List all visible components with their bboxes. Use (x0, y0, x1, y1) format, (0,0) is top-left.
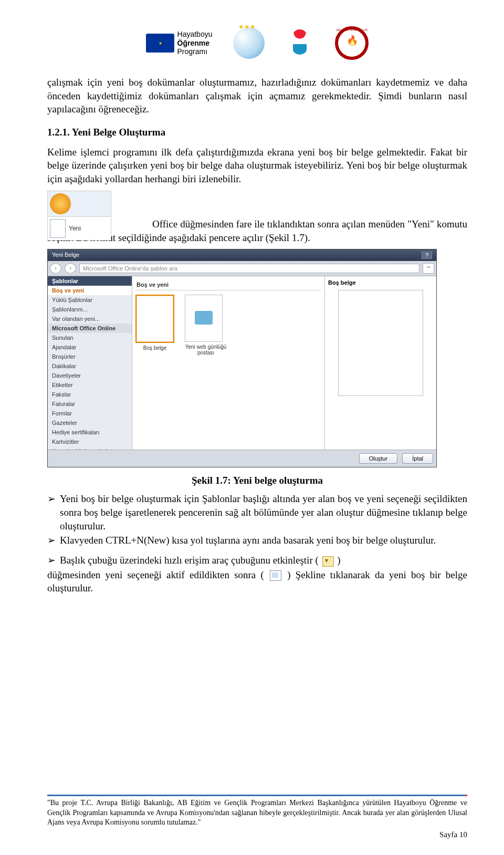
blog-post-icon (185, 295, 223, 342)
office-menu-snippet: Yeni (47, 191, 111, 241)
sidebar-item[interactable]: Hediye sertifikaları (48, 427, 132, 437)
dialog-titlebar: Yeni Belge ? (48, 249, 436, 261)
office-menu-label: Yeni (69, 225, 81, 232)
cancel-button[interactable]: İptal (402, 453, 433, 464)
eu-flag-icon (146, 34, 174, 53)
search-input[interactable]: Microsoft Office Online'da şablon ara (79, 264, 419, 273)
logo-eu-text: Hayatboyu Öğrenme Programı (177, 30, 213, 56)
sidebar-item[interactable]: Dakikalar (48, 361, 132, 371)
new-document-qat-icon (270, 570, 281, 581)
dialog-footer: Oluştur İptal (48, 450, 436, 467)
bullet-3: ➢ Başlık çubuğu üzerindeki hızlı erişim … (47, 554, 467, 567)
nav-forward-icon[interactable]: › (65, 263, 76, 274)
dialog-preview-pane: Boş belge (324, 276, 436, 450)
office-button-icon (50, 193, 71, 214)
bullet-2-text: Klavyeden CTRL+N(New) kısa yol tuşlarına… (60, 534, 467, 547)
sidebar-item[interactable]: Broşürler (48, 352, 132, 361)
bullet-2: ➢ Klavyeden CTRL+N(New) kısa yol tuşları… (47, 534, 467, 547)
sidebar-item-blank-new[interactable]: Boş ve yeni (48, 286, 132, 295)
office-menu-item: Yeni (48, 216, 111, 240)
intro-paragraph: çalışmak için yeni boş dokümanlar oluştu… (47, 76, 467, 116)
search-go-icon[interactable]: → (423, 263, 434, 274)
dialog-main-area: Boş ve yeni Boş belge Yeni web günlüğü p… (132, 276, 324, 450)
bullet-1-text: Yeni boş bir belge oluşturmak için Şablo… (60, 492, 467, 533)
nav-back-icon[interactable]: ‹ (50, 263, 61, 274)
bullet-icon: ➢ (47, 492, 60, 533)
footer-rule (47, 795, 467, 796)
create-button[interactable]: Oluştur (359, 453, 397, 464)
sidebar-item-installed[interactable]: Yüklü Şablonlar (48, 295, 132, 305)
dialog-title-text: Yeni Belge (52, 252, 79, 259)
preview-box-icon (338, 290, 423, 396)
customize-qat-icon (322, 556, 334, 567)
thumb-blank-document[interactable]: Boş belge (135, 295, 174, 356)
blank-document-icon (135, 295, 174, 343)
sidebar-item[interactable]: Etiketler (48, 380, 132, 390)
new-document-dialog: Yeni Belge ? ‹ › Microsoft Office Online… (47, 249, 437, 467)
thumb-new-blog-post[interactable]: Yeni web günlüğü postası (185, 295, 227, 356)
main-heading: Boş ve yeni (135, 279, 321, 290)
section-paragraph: Kelime işlemci programını ilk defa çalış… (47, 145, 467, 186)
sidebar-item[interactable]: Kırtasiye Malzemeleri (48, 446, 132, 450)
logo-eu: Hayatboyu Öğrenme Programı (146, 30, 213, 56)
bullet-3-text: Başlık çubuğu üzerindeki hızlı erişim ar… (60, 554, 467, 567)
page-footer: "Bu proje T.C. Avrupa Birliği Bakanlığı,… (47, 795, 467, 839)
sidebar-item[interactable]: Gazeteler (48, 418, 132, 427)
close-icon[interactable]: ? (422, 252, 432, 259)
sidebar-item[interactable]: Formlar (48, 409, 132, 418)
dialog-sidebar: Şablonlar Boş ve yeni Yüklü Şablonlar Şa… (48, 276, 132, 450)
logo-meb-ring-text: MİLLİ EĞİTİM BAKANLIĞI (336, 28, 368, 32)
thumb-blog-label: Yeni web günlüğü postası (185, 344, 227, 356)
logo-tulip-icon (286, 27, 314, 59)
new-document-icon (50, 219, 66, 238)
page-number: Sayfa 10 (47, 830, 467, 839)
bullet-icon: ➢ (47, 534, 60, 547)
sidebar-subheader-online: Microsoft Office Online (48, 324, 132, 333)
bullet-icon: ➢ (47, 554, 60, 567)
section-heading: 1.2.1. Yeni Belge Oluşturma (47, 126, 467, 139)
sidebar-item-mytemplates[interactable]: Şablonlarım... (48, 305, 132, 314)
preview-heading: Boş belge (328, 279, 433, 286)
logo-meb-icon: MİLLİ EĞİTİM BAKANLIĞI (335, 26, 369, 60)
header-logos: Hayatboyu Öğrenme Programı MİLLİ EĞİTİM … (47, 26, 467, 60)
bullet-1: ➢ Yeni boş bir belge oluşturmak için Şab… (47, 492, 467, 533)
sidebar-item[interactable]: Sunulan (48, 333, 132, 342)
sidebar-header: Şablonlar (48, 276, 132, 286)
logo-globe-icon (233, 27, 265, 59)
sidebar-item[interactable]: Faturalar (48, 399, 132, 409)
bullet-3-continuation: düğmesinden yeni seçeneği aktif edildikt… (47, 568, 467, 595)
sidebar-item[interactable]: Fakslar (48, 390, 132, 399)
dialog-toolbar: ‹ › Microsoft Office Online'da şablon ar… (48, 261, 436, 276)
sidebar-item[interactable]: Kartvizitler (48, 437, 132, 446)
figure-caption: Şekil 1.7: Yeni belge oluşturma (47, 474, 467, 487)
thumb-blank-label: Boş belge (135, 345, 174, 351)
sidebar-item-from-existing[interactable]: Var olandan yeni... (48, 314, 132, 324)
sidebar-item[interactable]: Davetiyeler (48, 371, 132, 380)
footer-disclaimer: "Bu proje T.C. Avrupa Birliği Bakanlığı,… (47, 798, 467, 827)
sidebar-item[interactable]: Ajandalar (48, 342, 132, 352)
